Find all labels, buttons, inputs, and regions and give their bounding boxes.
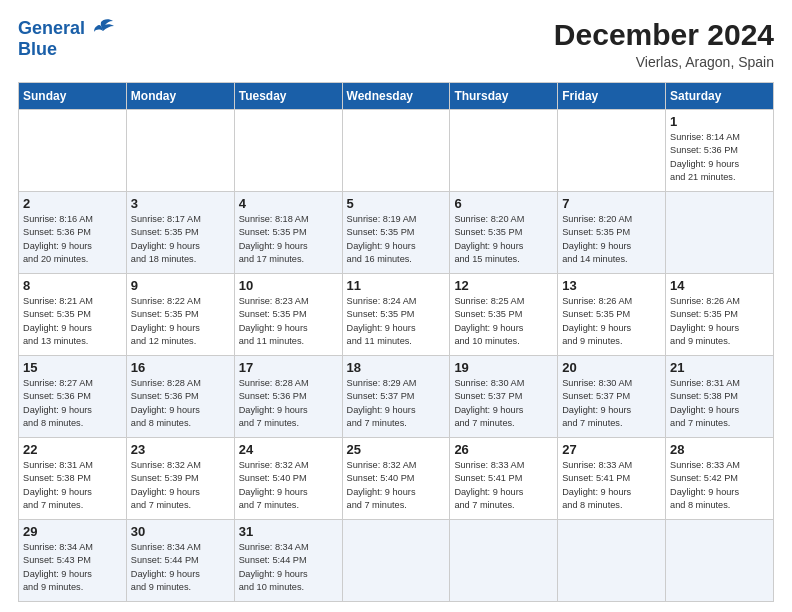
day-number: 12 <box>454 278 553 293</box>
calendar-header: Sunday Monday Tuesday Wednesday Thursday… <box>19 83 774 110</box>
day-info: Sunrise: 8:18 AMSunset: 5:35 PMDaylight:… <box>239 213 338 266</box>
day-cell: 4Sunrise: 8:18 AMSunset: 5:35 PMDaylight… <box>234 192 342 274</box>
day-cell: 15Sunrise: 8:27 AMSunset: 5:36 PMDayligh… <box>19 356 127 438</box>
day-number: 18 <box>347 360 446 375</box>
day-info: Sunrise: 8:30 AMSunset: 5:37 PMDaylight:… <box>454 377 553 430</box>
week-row-1: 1Sunrise: 8:14 AMSunset: 5:36 PMDaylight… <box>19 110 774 192</box>
day-number: 17 <box>239 360 338 375</box>
day-info: Sunrise: 8:26 AMSunset: 5:35 PMDaylight:… <box>562 295 661 348</box>
day-cell <box>450 110 558 192</box>
day-cell <box>450 520 558 602</box>
day-info: Sunrise: 8:24 AMSunset: 5:35 PMDaylight:… <box>347 295 446 348</box>
day-cell <box>558 110 666 192</box>
day-number: 1 <box>670 114 769 129</box>
day-number: 22 <box>23 442 122 457</box>
header-row: Sunday Monday Tuesday Wednesday Thursday… <box>19 83 774 110</box>
day-cell: 21Sunrise: 8:31 AMSunset: 5:38 PMDayligh… <box>666 356 774 438</box>
day-number: 20 <box>562 360 661 375</box>
day-number: 10 <box>239 278 338 293</box>
day-info: Sunrise: 8:29 AMSunset: 5:37 PMDaylight:… <box>347 377 446 430</box>
day-number: 8 <box>23 278 122 293</box>
day-number: 25 <box>347 442 446 457</box>
day-info: Sunrise: 8:32 AMSunset: 5:40 PMDaylight:… <box>347 459 446 512</box>
week-row-5: 22Sunrise: 8:31 AMSunset: 5:38 PMDayligh… <box>19 438 774 520</box>
col-saturday: Saturday <box>666 83 774 110</box>
day-number: 5 <box>347 196 446 211</box>
day-number: 26 <box>454 442 553 457</box>
day-number: 29 <box>23 524 122 539</box>
day-info: Sunrise: 8:33 AMSunset: 5:41 PMDaylight:… <box>562 459 661 512</box>
day-info: Sunrise: 8:28 AMSunset: 5:36 PMDaylight:… <box>131 377 230 430</box>
day-number: 15 <box>23 360 122 375</box>
day-cell: 24Sunrise: 8:32 AMSunset: 5:40 PMDayligh… <box>234 438 342 520</box>
day-cell: 9Sunrise: 8:22 AMSunset: 5:35 PMDaylight… <box>126 274 234 356</box>
day-cell: 31Sunrise: 8:34 AMSunset: 5:44 PMDayligh… <box>234 520 342 602</box>
day-info: Sunrise: 8:14 AMSunset: 5:36 PMDaylight:… <box>670 131 769 184</box>
day-cell: 1Sunrise: 8:14 AMSunset: 5:36 PMDaylight… <box>666 110 774 192</box>
day-number: 16 <box>131 360 230 375</box>
day-cell: 5Sunrise: 8:19 AMSunset: 5:35 PMDaylight… <box>342 192 450 274</box>
col-monday: Monday <box>126 83 234 110</box>
subtitle: Vierlas, Aragon, Spain <box>554 54 774 70</box>
day-number: 6 <box>454 196 553 211</box>
day-number: 2 <box>23 196 122 211</box>
day-info: Sunrise: 8:34 AMSunset: 5:44 PMDaylight:… <box>239 541 338 594</box>
day-cell: 25Sunrise: 8:32 AMSunset: 5:40 PMDayligh… <box>342 438 450 520</box>
day-cell: 19Sunrise: 8:30 AMSunset: 5:37 PMDayligh… <box>450 356 558 438</box>
calendar-body: 1Sunrise: 8:14 AMSunset: 5:36 PMDaylight… <box>19 110 774 602</box>
col-wednesday: Wednesday <box>342 83 450 110</box>
day-cell: 12Sunrise: 8:25 AMSunset: 5:35 PMDayligh… <box>450 274 558 356</box>
day-info: Sunrise: 8:34 AMSunset: 5:43 PMDaylight:… <box>23 541 122 594</box>
day-number: 28 <box>670 442 769 457</box>
day-number: 31 <box>239 524 338 539</box>
day-cell: 30Sunrise: 8:34 AMSunset: 5:44 PMDayligh… <box>126 520 234 602</box>
day-cell: 8Sunrise: 8:21 AMSunset: 5:35 PMDaylight… <box>19 274 127 356</box>
logo: General Blue <box>18 18 115 60</box>
day-info: Sunrise: 8:21 AMSunset: 5:35 PMDaylight:… <box>23 295 122 348</box>
main-title: December 2024 <box>554 18 774 52</box>
day-number: 27 <box>562 442 661 457</box>
day-cell <box>558 520 666 602</box>
logo-text2: Blue <box>18 40 57 60</box>
day-number: 4 <box>239 196 338 211</box>
day-cell: 26Sunrise: 8:33 AMSunset: 5:41 PMDayligh… <box>450 438 558 520</box>
day-number: 19 <box>454 360 553 375</box>
day-info: Sunrise: 8:22 AMSunset: 5:35 PMDaylight:… <box>131 295 230 348</box>
day-cell: 7Sunrise: 8:20 AMSunset: 5:35 PMDaylight… <box>558 192 666 274</box>
logo-bird-icon <box>87 18 115 40</box>
day-info: Sunrise: 8:28 AMSunset: 5:36 PMDaylight:… <box>239 377 338 430</box>
calendar: Sunday Monday Tuesday Wednesday Thursday… <box>18 82 774 602</box>
day-info: Sunrise: 8:32 AMSunset: 5:40 PMDaylight:… <box>239 459 338 512</box>
col-friday: Friday <box>558 83 666 110</box>
day-number: 23 <box>131 442 230 457</box>
day-cell <box>234 110 342 192</box>
day-cell <box>19 110 127 192</box>
day-cell <box>666 520 774 602</box>
day-cell: 3Sunrise: 8:17 AMSunset: 5:35 PMDaylight… <box>126 192 234 274</box>
day-info: Sunrise: 8:33 AMSunset: 5:42 PMDaylight:… <box>670 459 769 512</box>
col-thursday: Thursday <box>450 83 558 110</box>
day-number: 13 <box>562 278 661 293</box>
day-cell: 18Sunrise: 8:29 AMSunset: 5:37 PMDayligh… <box>342 356 450 438</box>
day-cell: 23Sunrise: 8:32 AMSunset: 5:39 PMDayligh… <box>126 438 234 520</box>
day-cell: 14Sunrise: 8:26 AMSunset: 5:35 PMDayligh… <box>666 274 774 356</box>
day-number: 3 <box>131 196 230 211</box>
page: General Blue December 2024 Vierlas, Arag… <box>0 0 792 612</box>
day-cell: 28Sunrise: 8:33 AMSunset: 5:42 PMDayligh… <box>666 438 774 520</box>
header: General Blue December 2024 Vierlas, Arag… <box>18 18 774 70</box>
day-cell: 11Sunrise: 8:24 AMSunset: 5:35 PMDayligh… <box>342 274 450 356</box>
day-info: Sunrise: 8:34 AMSunset: 5:44 PMDaylight:… <box>131 541 230 594</box>
week-row-6: 29Sunrise: 8:34 AMSunset: 5:43 PMDayligh… <box>19 520 774 602</box>
logo-text: General <box>18 19 85 39</box>
day-cell: 17Sunrise: 8:28 AMSunset: 5:36 PMDayligh… <box>234 356 342 438</box>
day-number: 21 <box>670 360 769 375</box>
day-cell <box>666 192 774 274</box>
day-info: Sunrise: 8:32 AMSunset: 5:39 PMDaylight:… <box>131 459 230 512</box>
day-number: 9 <box>131 278 230 293</box>
day-info: Sunrise: 8:27 AMSunset: 5:36 PMDaylight:… <box>23 377 122 430</box>
day-cell <box>126 110 234 192</box>
day-info: Sunrise: 8:20 AMSunset: 5:35 PMDaylight:… <box>454 213 553 266</box>
day-number: 24 <box>239 442 338 457</box>
day-info: Sunrise: 8:33 AMSunset: 5:41 PMDaylight:… <box>454 459 553 512</box>
day-cell: 2Sunrise: 8:16 AMSunset: 5:36 PMDaylight… <box>19 192 127 274</box>
